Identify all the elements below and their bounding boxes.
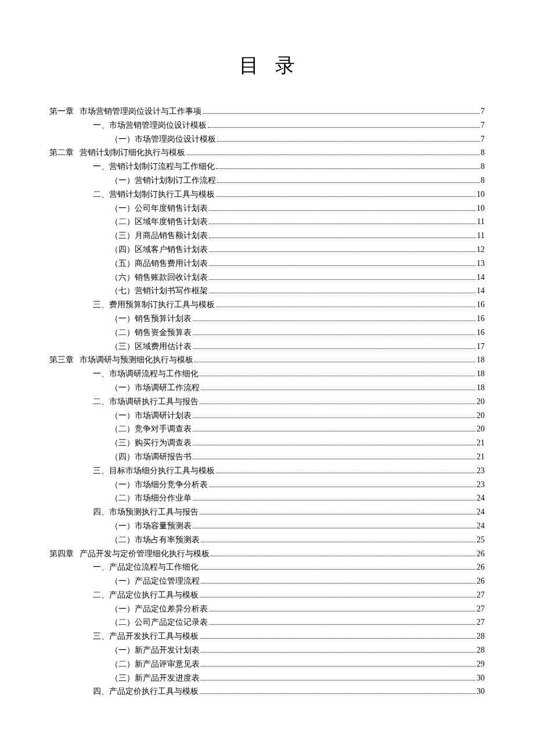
toc-entry-text: （二）市场占有率预测表: [49, 533, 200, 547]
toc-dot-leader: [201, 666, 475, 667]
toc-entry-text: 四、产品定价执行工具与模板: [49, 685, 199, 699]
toc-page-number: 8: [481, 146, 485, 160]
toc-dot-leader: [200, 597, 475, 597]
toc-chapter-label: 第一章: [49, 105, 80, 118]
toc-dot-leader: [193, 528, 475, 528]
toc-dot-leader: [209, 265, 475, 266]
toc-entry-text: （三）新产品开发进度表: [49, 671, 200, 685]
toc-entry: 三、目标市场细分执行工具与模板23: [49, 464, 485, 478]
toc-entry-text: （三）区域费用估计表: [49, 340, 192, 354]
toc-dot-leader: [217, 182, 479, 183]
toc-entry: （二）区域年度销售计划表11: [49, 215, 485, 229]
toc-entry: （六）销售账款回收计划表14: [49, 271, 485, 285]
toc-entry-text: 一、市场调研流程与工作细化: [49, 367, 199, 381]
toc-page-number: 14: [477, 271, 485, 285]
toc-entry-text: （二）区域年度销售计划表: [49, 215, 208, 229]
toc-dot-leader: [209, 279, 475, 280]
toc-entry-text: （二）竞争对手调查表: [49, 422, 192, 436]
toc-entry: （二）新产品评审意见表29: [49, 657, 485, 671]
toc-dot-leader: [216, 196, 475, 197]
page-title: 目录: [49, 52, 485, 79]
toc-entry: （一）销售预算计划表16: [49, 312, 485, 326]
toc-page-number: 28: [477, 643, 485, 657]
table-of-contents: 第一章市场营销管理岗位设计与工作事项7一、市场营销管理岗位设计模板7（一）市场管…: [49, 105, 485, 699]
toc-entry-text: （二）市场细分作业单: [49, 491, 192, 505]
toc-entry-text: （一）产品定位管理流程: [49, 574, 200, 588]
toc-page-number: 30: [477, 671, 485, 685]
toc-entry: （一）市场调研工作流程18: [49, 381, 485, 395]
toc-page-number: 28: [477, 629, 485, 643]
toc-page-number: 20: [477, 422, 485, 436]
toc-chapter-label: 第三章: [49, 353, 80, 367]
toc-page-number: 16: [477, 326, 485, 340]
toc-entry: 一、产品定位流程与工作细化26: [49, 560, 485, 574]
toc-dot-leader: [216, 168, 479, 169]
toc-entry: 第四章产品开发与定价管理细化执行与模板26: [49, 547, 485, 561]
toc-page-number: 18: [477, 353, 485, 367]
toc-page-number: 7: [481, 105, 485, 118]
toc-dot-leader: [209, 251, 475, 252]
toc-dot-leader: [200, 693, 475, 694]
toc-entry: 一、营销计划制订流程与工作细化8: [49, 160, 485, 174]
toc-entry: 一、市场调研流程与工作细化18: [49, 367, 485, 381]
toc-dot-leader: [201, 390, 475, 390]
toc-page-number: 27: [477, 602, 485, 616]
toc-dot-leader: [203, 113, 479, 114]
toc-entry-text: （二）新产品评审意见表: [49, 657, 200, 671]
toc-entry-text: （二）公司产品定位记录表: [49, 615, 208, 629]
toc-entry-text: （一）公司年度销售计划表: [49, 201, 208, 215]
toc-entry-text: （七）营销计划书写作框架: [49, 284, 208, 298]
toc-dot-leader: [201, 583, 475, 584]
toc-page-number: 14: [477, 284, 485, 298]
toc-entry: （二）市场细分作业单24: [49, 491, 485, 505]
toc-entry-text: 一、营销计划制订流程与工作细化: [49, 160, 215, 174]
toc-entry-text: 四、市场预测执行工具与报告: [49, 505, 199, 519]
toc-entry: （三）购买行为调查表21: [49, 436, 485, 450]
toc-chapter-label: 第二章: [49, 146, 80, 160]
toc-page-number: 10: [477, 201, 485, 215]
toc-dot-leader: [200, 514, 475, 514]
toc-page-number: 21: [477, 450, 485, 464]
toc-dot-leader: [209, 210, 475, 211]
toc-dot-leader: [193, 445, 475, 445]
toc-dot-leader: [209, 224, 476, 224]
toc-entry: （一）市场调研计划表20: [49, 409, 485, 423]
toc-page-number: 18: [477, 367, 485, 381]
toc-dot-leader: [193, 348, 475, 349]
toc-entry-text: （一）市场调研计划表: [49, 409, 192, 423]
toc-page-number: 7: [481, 132, 485, 146]
toc-entry-text: 市场营销管理岗位设计与工作事项: [80, 105, 201, 118]
toc-dot-leader: [209, 624, 475, 625]
toc-entry-text: （五）商品销售费用计划表: [49, 257, 208, 271]
toc-dot-leader: [193, 500, 475, 501]
toc-page-number: 29: [477, 657, 485, 671]
toc-entry: （一）市场容量预测表24: [49, 519, 485, 533]
toc-page-number: 24: [477, 505, 485, 519]
toc-entry: （二）竞争对手调查表20: [49, 422, 485, 436]
toc-entry-text: （一）市场调研工作流程: [49, 381, 200, 395]
toc-page-number: 30: [477, 685, 485, 699]
toc-page-number: 16: [477, 298, 485, 312]
toc-page-number: 13: [477, 257, 485, 271]
toc-dot-leader: [193, 321, 475, 321]
toc-entry: 二、产品定位执行工具与模板27: [49, 588, 485, 602]
toc-entry: 第一章市场营销管理岗位设计与工作事项7: [49, 105, 485, 118]
toc-entry: （一）新产品开发计划表28: [49, 643, 485, 657]
toc-dot-leader: [208, 127, 479, 128]
toc-page-number: 26: [477, 574, 485, 588]
toc-page-number: 10: [477, 188, 485, 201]
toc-dot-leader: [200, 404, 475, 404]
toc-dot-leader: [216, 307, 475, 307]
toc-entry-text: （一）市场细分竞争分析表: [49, 478, 208, 492]
toc-entry-text: 三、费用预算制订执行工具与模板: [49, 298, 215, 312]
toc-dot-leader: [209, 237, 476, 238]
toc-entry-text: （一）市场管理岗位设计模板: [49, 132, 216, 146]
toc-entry-text: 三、目标市场细分执行工具与模板: [49, 464, 215, 478]
toc-page-number: 27: [477, 588, 485, 602]
toc-entry-text: （三）月商品销售额计划表: [49, 229, 208, 243]
toc-dot-leader: [186, 154, 479, 155]
toc-dot-leader: [211, 556, 475, 556]
toc-dot-leader: [201, 652, 475, 653]
toc-page-number: 20: [477, 395, 485, 409]
toc-chapter-label: 第四章: [49, 547, 80, 561]
